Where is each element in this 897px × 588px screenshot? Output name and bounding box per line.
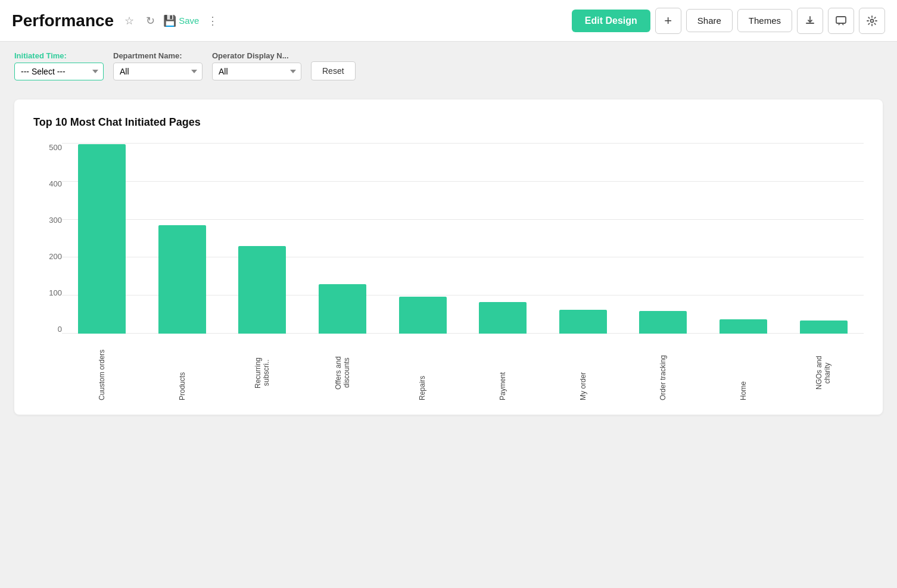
- x-axis-label: Recurring subscri..: [222, 346, 303, 405]
- bar-chart: 5004003002001000 Cuustom ordersProductsR…: [33, 143, 864, 405]
- operator-display-filter: Operator Display N... All: [212, 51, 301, 80]
- y-axis-label: 500: [49, 143, 62, 152]
- svg-rect-1: [836, 17, 846, 23]
- x-axis-label: Home: [703, 346, 784, 405]
- bar: [158, 225, 206, 334]
- x-labels: Cuustom ordersProductsRecurring subscri.…: [33, 346, 864, 405]
- settings-icon[interactable]: [859, 8, 885, 34]
- initiated-time-filter: Initiated Time: --- Select ---: [14, 51, 104, 80]
- bar: [238, 246, 286, 334]
- x-axis-label: Cuustom orders: [62, 346, 142, 405]
- x-axis-label: Order tracking: [623, 346, 703, 405]
- initiated-time-label: Initiated Time:: [14, 51, 104, 60]
- y-axis: 5004003002001000: [33, 143, 62, 346]
- chat-icon[interactable]: [828, 8, 854, 34]
- bar: [559, 310, 607, 334]
- svg-point-2: [871, 19, 874, 22]
- chart-card: Top 10 Most Chat Initiated Pages 5004003…: [14, 99, 883, 415]
- x-axis-label: My order: [543, 346, 624, 405]
- save-button[interactable]: 💾 Save: [163, 14, 199, 27]
- refresh-icon[interactable]: ↻: [142, 12, 158, 30]
- reset-button[interactable]: Reset: [311, 61, 356, 80]
- bars-row: [62, 143, 864, 334]
- department-name-filter: Department Name: All: [113, 51, 203, 80]
- chart-title: Top 10 Most Chat Initiated Pages: [33, 116, 864, 129]
- filter-bar: Initiated Time: --- Select --- Departmen…: [0, 42, 897, 90]
- header: Performance ☆ ↻ 💾 Save ⋮ Edit Design + S…: [0, 0, 897, 42]
- add-button[interactable]: +: [655, 8, 681, 34]
- x-axis-label: Products: [142, 346, 223, 405]
- share-button[interactable]: Share: [686, 9, 733, 32]
- bar-group: [543, 143, 624, 334]
- department-name-select[interactable]: All: [113, 63, 203, 80]
- x-axis-label: NGOs and charity: [783, 346, 864, 405]
- star-icon[interactable]: ☆: [121, 12, 138, 30]
- page-title: Performance: [12, 11, 114, 30]
- bar-group: [222, 143, 303, 334]
- edit-design-button[interactable]: Edit Design: [572, 10, 650, 32]
- bar-group: [382, 143, 463, 334]
- chart-area: 5004003002001000: [33, 143, 864, 346]
- bar: [319, 284, 366, 334]
- bar: [720, 319, 767, 334]
- x-axis-label: Offers and discounts: [303, 346, 383, 405]
- initiated-time-select[interactable]: --- Select ---: [14, 63, 104, 80]
- operator-display-label: Operator Display N...: [212, 51, 301, 60]
- bar: [479, 302, 527, 334]
- x-axis-label: Repairs: [382, 346, 463, 405]
- bar-group: [62, 143, 142, 334]
- header-icon-group: ☆ ↻ 💾 Save ⋮: [121, 12, 222, 30]
- bar-group: [303, 143, 383, 334]
- svg-rect-0: [806, 23, 814, 24]
- bar: [399, 297, 447, 334]
- themes-button[interactable]: Themes: [737, 9, 792, 32]
- bar-group: [463, 143, 543, 334]
- y-axis-label: 0: [58, 325, 62, 334]
- y-axis-label: 200: [49, 252, 62, 261]
- bar: [78, 144, 126, 334]
- y-axis-label: 100: [49, 288, 62, 297]
- bar: [800, 321, 848, 334]
- save-icon: 💾: [163, 14, 176, 27]
- department-name-label: Department Name:: [113, 51, 203, 60]
- y-axis-label: 300: [49, 216, 62, 225]
- x-axis-label: Payment: [463, 346, 543, 405]
- more-options-icon[interactable]: ⋮: [204, 12, 222, 30]
- export-icon[interactable]: [797, 8, 823, 34]
- bar-group: [783, 143, 864, 334]
- header-actions: Edit Design + Share Themes: [572, 8, 885, 34]
- bar: [639, 311, 687, 334]
- bar-group: [703, 143, 784, 334]
- chart-plot: [62, 143, 864, 346]
- bar-group: [142, 143, 223, 334]
- y-axis-label: 400: [49, 179, 62, 188]
- bar-group: [623, 143, 703, 334]
- operator-display-select[interactable]: All: [212, 63, 301, 80]
